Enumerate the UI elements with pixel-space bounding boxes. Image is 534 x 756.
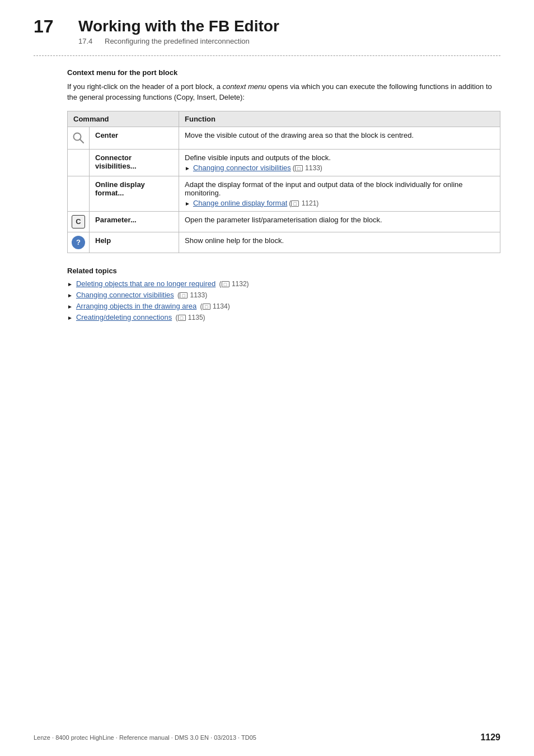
table-row: Online display format... Adapt the displ… <box>68 176 500 211</box>
table-row: C Parameter... Open the parameter list/p… <box>68 211 500 232</box>
page-ref-1134: (□ 1134) <box>198 302 229 310</box>
command-table: Command Function Center <box>67 111 500 253</box>
cmd-parameter: Parameter... <box>90 211 179 232</box>
list-item: ► Creating/deleting connections (□ 1135) <box>67 313 500 321</box>
sub-arrow-icon: ► <box>185 165 190 171</box>
list-item: ► Changing connector visibilities (□ 113… <box>67 291 500 299</box>
footer-left: Lenze · 8400 protec HighLine · Reference… <box>34 734 256 741</box>
cmd-help: Help <box>90 232 179 253</box>
page-ref-1135: (□ 1135) <box>174 314 205 321</box>
page-number: 1129 <box>480 732 500 743</box>
list-bullet-2: ► <box>67 292 73 298</box>
cmd-connector-vis: Connector visibilities... <box>90 149 179 176</box>
table-row: Connector visibilities... Define visible… <box>68 149 500 176</box>
icon-cell-empty-2 <box>68 176 90 211</box>
page-icon: □ <box>295 165 303 171</box>
intro-paragraph: If you right-click on the header of a po… <box>67 81 500 103</box>
func-center: Move the visible cutout of the drawing a… <box>179 127 500 149</box>
link-creating-deleting-connections[interactable]: Creating/deleting connections <box>76 313 172 321</box>
chapter-number: 17 <box>34 17 78 36</box>
page-icon-2: □ <box>291 200 299 207</box>
list-bullet-4: ► <box>67 315 73 321</box>
list-bullet-3: ► <box>67 304 73 310</box>
func-connector-vis: Define visible inputs and outputs of the… <box>179 149 500 176</box>
page-ref-1121: (□ 1121) <box>289 199 318 207</box>
sub-arrow-icon-2: ► <box>185 200 190 207</box>
table-row: Center Move the visible cutout of the dr… <box>68 127 500 149</box>
page-ref-1133: (□ 1133) <box>293 164 322 172</box>
col-function: Function <box>179 111 500 127</box>
related-topics-heading: Related topics <box>67 267 500 275</box>
section-divider <box>34 55 500 56</box>
chapter-subtitle-row: 17.4 Reconfiguring the predefined interc… <box>78 37 279 45</box>
link-deleting-objects[interactable]: Deleting objects that are no longer requ… <box>76 279 216 288</box>
link-change-online-format[interactable]: Change online display format <box>193 199 287 207</box>
page-icon-5: □ <box>203 304 210 310</box>
sub-link-row-2: ► Change online display format (□ 1121) <box>185 199 494 207</box>
param-icon: C <box>72 215 85 228</box>
cmd-online-display: Online display format... <box>90 176 179 211</box>
func-online-display: Adapt the display format of the input an… <box>179 176 500 211</box>
chapter-title: Working with the FB Editor <box>78 17 279 36</box>
func-parameter: Open the parameter list/parameterisation… <box>179 211 500 232</box>
magnifier-icon <box>71 130 86 145</box>
list-item: ► Deleting objects that are no longer re… <box>67 279 500 288</box>
list-bullet-1: ► <box>67 281 73 287</box>
page-icon-4: □ <box>180 292 188 298</box>
help-icon: ? <box>72 236 85 249</box>
col-command: Command <box>68 111 179 127</box>
sub-link-row: ► Changing connector visibilities (□ 113… <box>185 164 494 172</box>
page-ref-1132: (□ 1132) <box>217 280 249 288</box>
link-changing-connector-vis[interactable]: Changing connector visibilities <box>193 164 291 172</box>
list-item: ► Arranging objects in the drawing area … <box>67 302 500 310</box>
page-footer: Lenze · 8400 protec HighLine · Reference… <box>0 732 534 743</box>
svg-line-1 <box>80 139 83 143</box>
table-row: ? Help Show online help for the block. <box>68 232 500 253</box>
func-help: Show online help for the block. <box>179 232 500 253</box>
related-topics-list: ► Deleting objects that are no longer re… <box>67 279 500 321</box>
page-ref-1133-2: (□ 1133) <box>176 291 207 299</box>
chapter-title-block: Working with the FB Editor 17.4 Reconfig… <box>78 17 279 45</box>
icon-cell-help: ? <box>68 232 90 253</box>
content-area: Context menu for the port block If you r… <box>34 68 500 321</box>
link-arranging-objects[interactable]: Arranging objects in the drawing area <box>76 302 196 310</box>
intro-italic: context menu <box>222 82 266 91</box>
context-menu-heading: Context menu for the port block <box>67 68 500 77</box>
page-header: 17 Working with the FB Editor 17.4 Recon… <box>34 17 500 45</box>
page-icon-6: □ <box>178 315 186 321</box>
link-changing-connector-vis-2[interactable]: Changing connector visibilities <box>76 291 174 299</box>
icon-cell-empty-1 <box>68 149 90 176</box>
section-number: 17.4 <box>78 37 98 45</box>
page-icon-3: □ <box>222 281 229 287</box>
icon-cell-param: C <box>68 211 90 232</box>
cmd-center: Center <box>90 127 179 149</box>
icon-cell-magnifier <box>68 127 90 149</box>
section-title: Reconfiguring the predefined interconnec… <box>105 37 250 45</box>
